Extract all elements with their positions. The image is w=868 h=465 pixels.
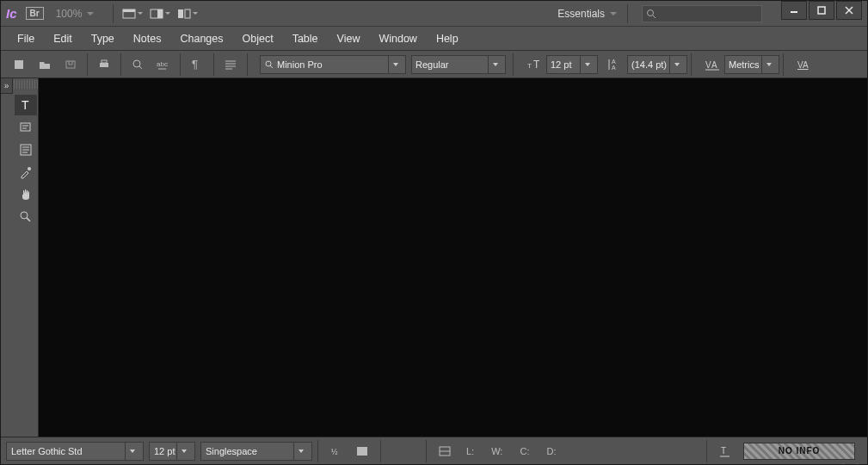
paragraph-spacing-button[interactable]: ½ bbox=[324, 440, 348, 462]
separator bbox=[317, 440, 318, 462]
view-options-button[interactable] bbox=[120, 4, 145, 23]
document-canvas[interactable]: APPNEE.COM bbox=[39, 78, 867, 437]
watermark-text: APPNEE.COM bbox=[838, 461, 864, 465]
print-button[interactable] bbox=[92, 53, 116, 76]
svg-rect-36 bbox=[21, 123, 30, 131]
font-size-dropdown[interactable]: 12 pt bbox=[546, 55, 598, 74]
minimize-button[interactable] bbox=[781, 1, 807, 20]
note-tool[interactable] bbox=[15, 117, 37, 138]
separator bbox=[113, 4, 114, 23]
window-controls bbox=[779, 1, 862, 26]
menu-bar: File Edit Type Notes Changes Object Tabl… bbox=[1, 27, 867, 51]
svg-rect-15 bbox=[102, 60, 107, 63]
spellcheck-button[interactable]: abc bbox=[151, 53, 175, 76]
zoom-dropdown-caret[interactable] bbox=[87, 12, 94, 16]
workspace-switcher[interactable]: Essentials bbox=[557, 8, 605, 20]
type-icon: T bbox=[19, 98, 33, 112]
kerning-dropdown[interactable]: Metrics bbox=[724, 55, 779, 74]
svg-text:A: A bbox=[612, 59, 616, 65]
close-button[interactable] bbox=[836, 1, 862, 20]
bridge-badge[interactable]: Br bbox=[26, 7, 44, 20]
expand-panel-button[interactable] bbox=[1, 78, 13, 94]
separator bbox=[120, 53, 121, 76]
eyedropper-tool[interactable] bbox=[15, 162, 37, 183]
menu-edit[interactable]: Edit bbox=[44, 27, 82, 51]
pilcrow-icon: ¶ bbox=[192, 59, 202, 71]
svg-text:T: T bbox=[721, 446, 726, 456]
type-tool[interactable]: T bbox=[15, 95, 37, 115]
arrange-documents-button[interactable] bbox=[175, 4, 200, 23]
metric-chars: C: bbox=[520, 446, 529, 456]
svg-text:A: A bbox=[612, 65, 616, 71]
open-button[interactable] bbox=[33, 53, 57, 76]
font-style-dropdown[interactable]: Regular bbox=[411, 55, 506, 74]
svg-point-6 bbox=[648, 9, 654, 16]
position-icon bbox=[19, 143, 33, 157]
hand-icon bbox=[19, 188, 33, 202]
font-family-dropdown[interactable]: Minion Pro bbox=[260, 55, 406, 74]
separator bbox=[706, 440, 707, 462]
svg-rect-3 bbox=[157, 9, 163, 18]
separator bbox=[213, 53, 214, 76]
menu-file[interactable]: File bbox=[8, 27, 44, 51]
maximize-button[interactable] bbox=[809, 1, 834, 20]
spellcheck-icon: abc bbox=[157, 59, 170, 71]
screen-mode-button[interactable] bbox=[148, 4, 172, 23]
justify-button[interactable] bbox=[350, 440, 374, 462]
separator bbox=[87, 53, 88, 76]
menu-view[interactable]: View bbox=[328, 27, 370, 51]
note-icon bbox=[19, 121, 33, 134]
zoom-level[interactable]: 100% bbox=[56, 8, 83, 20]
arrange-icon bbox=[177, 8, 191, 20]
position-tool[interactable] bbox=[15, 140, 37, 160]
separator bbox=[247, 53, 248, 76]
menu-help[interactable]: Help bbox=[427, 27, 468, 51]
copyfit-button[interactable]: T bbox=[713, 440, 737, 462]
spacing-icon: ½ bbox=[330, 445, 342, 457]
svg-line-25 bbox=[270, 65, 273, 68]
search-input[interactable] bbox=[642, 5, 762, 22]
folder-icon bbox=[39, 59, 51, 70]
line-spacing-dropdown[interactable]: Singlespace bbox=[200, 442, 312, 461]
svg-line-45 bbox=[27, 218, 30, 221]
search-icon bbox=[646, 9, 656, 19]
menu-type[interactable]: Type bbox=[82, 27, 124, 51]
status-font-dropdown[interactable]: Letter Gothic Std bbox=[6, 442, 144, 461]
menu-window[interactable]: Window bbox=[369, 27, 426, 51]
menu-object[interactable]: Object bbox=[233, 27, 283, 51]
svg-text:A: A bbox=[711, 60, 717, 70]
menu-changes[interactable]: Changes bbox=[170, 27, 232, 51]
kerning-icon: VA bbox=[704, 55, 723, 74]
new-doc-button[interactable] bbox=[7, 53, 31, 76]
font-style-value: Regular bbox=[416, 59, 449, 70]
status-size-dropdown[interactable]: 12 pt bbox=[149, 442, 195, 461]
align-button[interactable] bbox=[219, 53, 243, 76]
stats-button[interactable] bbox=[433, 440, 457, 462]
align-icon bbox=[225, 59, 237, 70]
svg-rect-5 bbox=[185, 9, 190, 18]
eyedropper-icon bbox=[19, 165, 33, 179]
zoom-tool[interactable] bbox=[15, 207, 37, 227]
menu-table[interactable]: Table bbox=[283, 27, 328, 51]
control-toolbar: abc ¶ Minion Pro Regular TT 12 pt AA (14… bbox=[1, 51, 867, 78]
screen-icon bbox=[150, 8, 163, 20]
status-size-value: 12 pt bbox=[154, 446, 175, 456]
main-area: T APPNEE.COM bbox=[1, 78, 867, 437]
search-icon bbox=[264, 59, 274, 70]
pilcrow-button[interactable]: ¶ bbox=[185, 53, 209, 76]
tracking-icon: VA bbox=[796, 55, 815, 74]
title-bar: Ic Br 100% Essentials bbox=[1, 1, 867, 27]
svg-text:VA: VA bbox=[797, 60, 809, 70]
workspace-caret[interactable] bbox=[610, 12, 617, 16]
menu-notes[interactable]: Notes bbox=[124, 27, 171, 51]
find-button[interactable] bbox=[126, 53, 150, 76]
leading-dropdown[interactable]: (14.4 pt) bbox=[627, 55, 687, 74]
hand-tool[interactable] bbox=[15, 184, 37, 205]
search-icon bbox=[132, 59, 144, 71]
svg-text:½: ½ bbox=[331, 448, 338, 456]
svg-text:V: V bbox=[705, 60, 711, 70]
save-button[interactable] bbox=[58, 53, 83, 76]
panel-grip[interactable] bbox=[14, 80, 38, 89]
app-logo: Ic bbox=[6, 6, 17, 21]
page-icon bbox=[13, 59, 25, 71]
